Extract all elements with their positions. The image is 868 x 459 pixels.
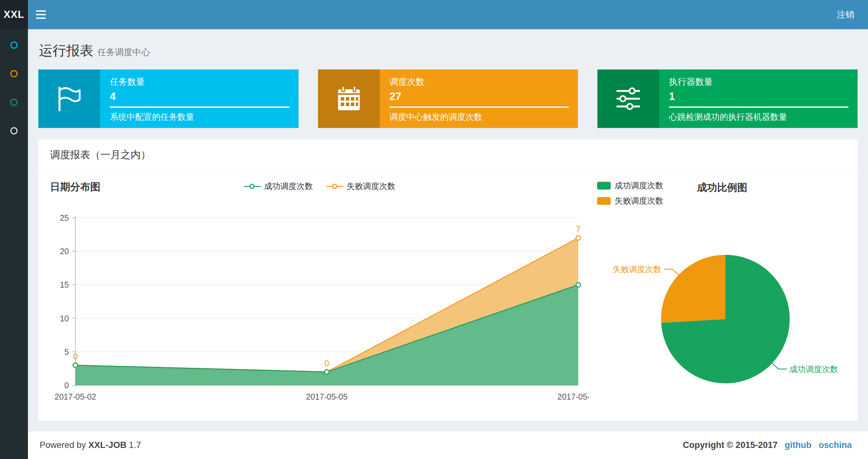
page-header: 运行报表任务调度中心	[38, 41, 858, 60]
logout-link[interactable]: 注销	[823, 0, 868, 29]
calendar-icon	[318, 69, 380, 128]
success-data-point[interactable]	[324, 370, 329, 374]
copyright-area: Copyright © 2015-2017 github oschina	[683, 440, 852, 450]
app-version: 1.7	[129, 440, 141, 450]
sidebar	[0, 29, 28, 459]
stat-label: 调度次数	[390, 76, 569, 88]
svg-text:2017-05-02: 2017-05-02	[55, 392, 96, 401]
panel-body: 日期分布图 成功调度次数失败调度次数 05101520252017-05-022…	[38, 170, 858, 421]
pie-chart-section: 成功调度次数失败调度次数 成功比例图 成功调度次数失败调度次数	[597, 180, 847, 405]
svg-text:2017-05-08: 2017-05-08	[557, 392, 589, 401]
stat-progress-bar	[390, 106, 569, 108]
main-wrapper: 运行报表任务调度中心 任务数量 4 系统中配置的任务数量	[28, 29, 868, 459]
sidebar-item-job-manage[interactable]	[10, 70, 18, 77]
page-subtitle: 任务调度中心	[97, 47, 150, 57]
stat-label: 执行器数量	[669, 76, 848, 88]
fail-value-label: 7	[576, 224, 581, 234]
stat-value: 4	[110, 90, 289, 103]
pie-chart-title: 成功比例图	[697, 181, 747, 194]
pie-slice-label: 失败调度次数	[613, 265, 661, 274]
sidebar-toggle-button[interactable]	[28, 0, 54, 29]
stat-description: 心跳检测成功的执行器机器数量	[669, 111, 848, 123]
app-name: XXL-JOB	[88, 440, 126, 450]
sidebar-item-executor-manage[interactable]	[10, 99, 18, 106]
fail-data-point[interactable]	[576, 236, 581, 240]
fail-value-label: 0	[73, 352, 78, 361]
success-data-point[interactable]	[73, 363, 78, 367]
stat-label: 任务数量	[110, 76, 289, 88]
sidebar-item-help[interactable]	[10, 127, 18, 134]
svg-text:5: 5	[64, 347, 69, 356]
stat-value: 27	[390, 90, 569, 103]
success-ratio-pie[interactable]: 成功调度次数失败调度次数	[597, 216, 847, 404]
fail-value-label: 0	[324, 358, 329, 368]
oschina-link[interactable]: oschina	[818, 440, 852, 450]
sidebar-item-dashboard[interactable]	[10, 41, 18, 49]
svg-text:2017-05-05: 2017-05-05	[306, 392, 348, 401]
stat-card-executors: 执行器数量 1 心跳检测成功的执行器机器数量	[597, 69, 858, 128]
line-marker-icon	[327, 183, 343, 190]
panel-title: 调度报表（一月之内）	[38, 139, 858, 170]
svg-text:25: 25	[60, 213, 69, 222]
report-panel: 调度报表（一月之内） 日期分布图 成功调度次数失败调度次数 0510152025…	[38, 139, 858, 421]
main-content: 运行报表任务调度中心 任务数量 4 系统中配置的任务数量	[28, 29, 868, 431]
legend-swatch-icon	[597, 182, 611, 190]
svg-text:20: 20	[60, 247, 69, 256]
date-distribution-chart[interactable]: 05101520252017-05-022017-05-052017-05-08…	[50, 203, 589, 404]
stat-description: 调度中心触发的调度次数	[390, 111, 569, 123]
svg-text:0: 0	[64, 381, 69, 390]
powered-by: Powered by XXL-JOB 1.7	[40, 440, 141, 450]
hamburger-icon	[36, 10, 46, 12]
app-logo[interactable]: XXL	[0, 0, 28, 29]
legend-label: 成功调度次数	[264, 181, 313, 192]
svg-text:10: 10	[60, 314, 69, 323]
github-link[interactable]: github	[785, 440, 811, 450]
copyright-text: Copyright © 2015-2017	[683, 440, 778, 450]
footer: Powered by XXL-JOB 1.7 Copyright © 2015-…	[28, 431, 868, 459]
legend-label: 失败调度次数	[615, 195, 663, 206]
line-chart-section: 日期分布图 成功调度次数失败调度次数 05101520252017-05-022…	[50, 180, 589, 405]
line-marker-icon	[244, 183, 261, 190]
legend-swatch-icon	[597, 197, 611, 205]
stat-card-triggers: 调度次数 27 调度中心触发的调度次数	[318, 69, 578, 128]
svg-text:15: 15	[60, 280, 69, 289]
line-legend-item-0[interactable]: 成功调度次数	[244, 181, 313, 192]
legend-label: 失败调度次数	[347, 181, 395, 192]
stat-progress-bar	[110, 106, 289, 108]
page-title: 运行报表	[39, 43, 94, 58]
line-legend-item-1[interactable]: 失败调度次数	[327, 181, 395, 192]
stat-cards-row: 任务数量 4 系统中配置的任务数量	[38, 69, 858, 128]
stat-description: 系统中配置的任务数量	[110, 111, 289, 123]
stat-card-jobs: 任务数量 4 系统中配置的任务数量	[38, 69, 299, 128]
line-chart-title: 日期分布图	[50, 181, 100, 193]
top-navbar: XXL 注销	[0, 0, 868, 29]
legend-label: 成功调度次数	[615, 180, 663, 191]
stat-value: 1	[669, 90, 848, 103]
stat-progress-bar	[669, 106, 848, 108]
pie-legend-item-1[interactable]: 失败调度次数	[597, 195, 847, 206]
pie-slice-1[interactable]	[661, 255, 725, 323]
line-chart-legend: 成功调度次数失败调度次数	[244, 181, 395, 192]
flag-icon	[38, 69, 100, 128]
success-data-point[interactable]	[576, 283, 581, 287]
sliders-icon	[597, 69, 659, 128]
pie-slice-label: 成功调度次数	[789, 364, 838, 373]
